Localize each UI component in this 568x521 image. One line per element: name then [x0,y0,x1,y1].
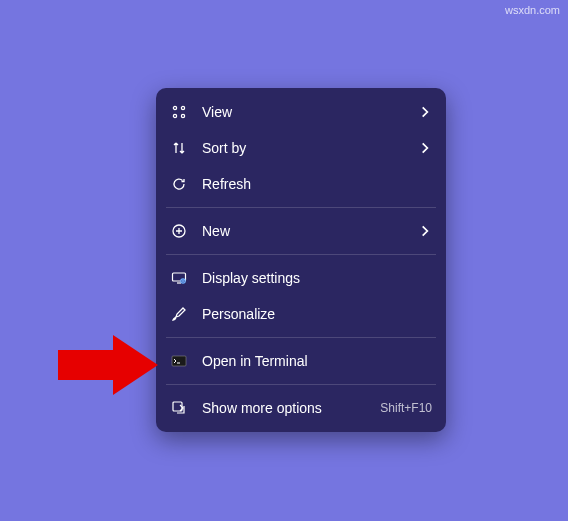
svg-point-3 [181,114,184,117]
refresh-icon [170,175,188,193]
brush-icon [170,305,188,323]
menu-item-refresh[interactable]: Refresh [156,166,446,202]
annotation-arrow-icon [58,335,158,395]
chevron-right-icon [418,224,432,238]
menu-item-show-more-options[interactable]: Show more options Shift+F10 [156,390,446,426]
menu-separator [166,207,436,208]
menu-separator [166,337,436,338]
menu-item-label: Open in Terminal [202,353,432,369]
menu-item-open-in-terminal[interactable]: Open in Terminal [156,343,446,379]
chevron-right-icon [418,105,432,119]
grid-icon [170,103,188,121]
menu-item-shortcut: Shift+F10 [380,401,432,415]
display-settings-icon [170,269,188,287]
svg-marker-9 [58,335,158,395]
menu-item-view[interactable]: View [156,94,446,130]
menu-separator [166,384,436,385]
menu-item-new[interactable]: New [156,213,446,249]
sort-icon [170,139,188,157]
menu-item-label: Personalize [202,306,432,322]
plus-circle-icon [170,222,188,240]
svg-rect-7 [172,356,186,366]
menu-item-personalize[interactable]: Personalize [156,296,446,332]
menu-item-display-settings[interactable]: Display settings [156,260,446,296]
more-options-icon [170,399,188,417]
menu-item-label: Show more options [202,400,372,416]
terminal-icon [170,352,188,370]
menu-separator [166,254,436,255]
menu-item-sort-by[interactable]: Sort by [156,130,446,166]
menu-item-label: Sort by [202,140,418,156]
context-menu: View Sort by Refresh New [156,88,446,432]
menu-item-label: View [202,104,418,120]
svg-point-0 [173,106,176,109]
menu-item-label: New [202,223,418,239]
chevron-right-icon [418,141,432,155]
menu-item-label: Display settings [202,270,432,286]
svg-point-1 [181,106,184,109]
menu-item-label: Refresh [202,176,432,192]
watermark-text: wsxdn.com [505,4,560,16]
svg-point-2 [173,114,176,117]
